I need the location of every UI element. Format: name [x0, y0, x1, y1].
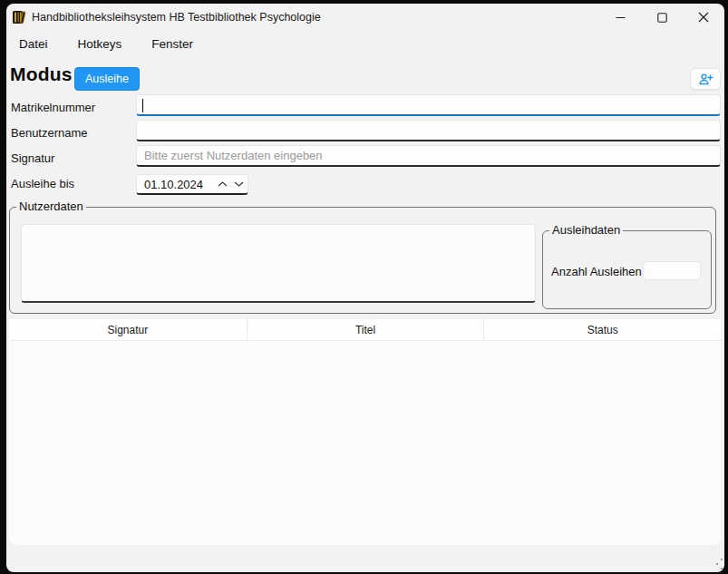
- chevron-up-icon: [218, 181, 228, 187]
- table-body-empty: [9, 341, 721, 544]
- menu-fenster[interactable]: Fenster: [149, 35, 196, 53]
- loans-table: Signatur Titel Status: [9, 319, 721, 545]
- menu-hotkeys[interactable]: Hotkeys: [75, 35, 125, 53]
- ausleihe-bis-datepicker[interactable]: 01.10.2024: [136, 174, 248, 195]
- matrikelnummer-label: Matrikelnummer: [11, 101, 95, 114]
- nutzerdaten-textarea[interactable]: [21, 224, 536, 303]
- column-header-status[interactable]: Status: [483, 319, 721, 340]
- table-header: Signatur Titel Status: [9, 319, 721, 341]
- date-decrement-button[interactable]: [231, 175, 248, 193]
- person-add-icon: [698, 73, 713, 86]
- add-user-button[interactable]: [690, 68, 721, 90]
- matrikelnummer-input[interactable]: [136, 94, 721, 116]
- benutzername-label: Benutzername: [11, 126, 88, 140]
- title-bar[interactable]: Handbibliotheksleihsystem HB Testbibliot…: [6, 4, 724, 31]
- anzahl-ausleihen-label: Anzahl Ausleihen: [551, 265, 642, 278]
- menu-datei[interactable]: Datei: [16, 35, 51, 53]
- date-increment-button[interactable]: [214, 175, 230, 193]
- window-title: Handbibliotheksleihsystem HB Testbibliot…: [32, 4, 321, 31]
- column-header-signatur[interactable]: Signatur: [9, 319, 247, 340]
- nutzerdaten-groupbox: Nutzerdaten Ausleihdaten Anzahl Ausleihe…: [9, 207, 716, 314]
- ausleihe-bis-label: Ausleihe bis: [11, 177, 74, 190]
- minimize-button[interactable]: [599, 4, 641, 31]
- chevron-down-icon: [234, 181, 244, 187]
- mode-ausleihe-button[interactable]: Ausleihe: [74, 67, 140, 91]
- window-controls: [599, 4, 724, 31]
- anzahl-ausleihen-input[interactable]: [643, 261, 701, 280]
- close-button[interactable]: [683, 4, 724, 31]
- ausleihdaten-groupbox: Ausleihdaten Anzahl Ausleihen: [542, 230, 712, 309]
- minimize-icon: [616, 13, 626, 23]
- column-header-titel[interactable]: Titel: [247, 319, 484, 340]
- close-icon: [698, 12, 709, 23]
- maximize-icon: [657, 13, 667, 23]
- date-value[interactable]: 01.10.2024: [137, 178, 203, 191]
- text-caret: [142, 99, 143, 112]
- nutzerdaten-label: Nutzerdaten: [16, 199, 86, 214]
- app-window: Handbibliotheksleihsystem HB Testbibliot…: [6, 4, 724, 572]
- mode-heading: Modus: [10, 63, 73, 85]
- resize-grip[interactable]: [712, 559, 724, 571]
- signatur-label: Signatur: [11, 151, 54, 165]
- benutzername-input[interactable]: [136, 120, 721, 141]
- menu-bar: Datei Hotkeys Fenster: [16, 32, 196, 55]
- maximize-button[interactable]: [641, 4, 683, 31]
- app-books-icon: [12, 10, 26, 24]
- signatur-input[interactable]: [136, 145, 721, 167]
- ausleihdaten-label: Ausleihdaten: [549, 223, 623, 238]
